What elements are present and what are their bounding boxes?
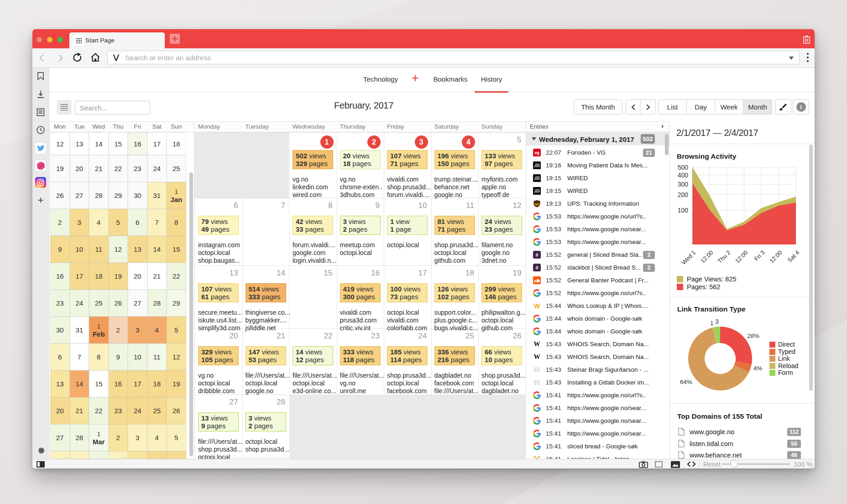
svg-text:ups: ups xyxy=(534,203,540,206)
